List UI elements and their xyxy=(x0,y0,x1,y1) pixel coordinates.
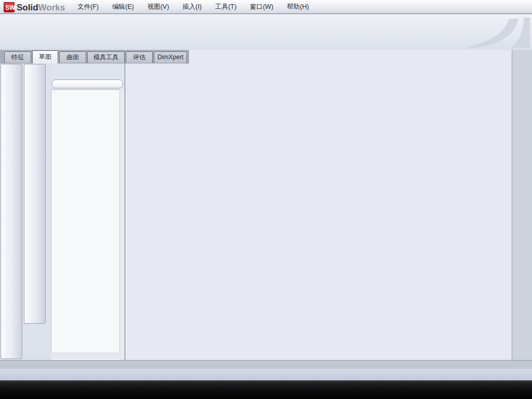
svg-text:SolidWorks: SolidWorks xyxy=(17,3,65,12)
svg-text:SW: SW xyxy=(5,4,16,11)
